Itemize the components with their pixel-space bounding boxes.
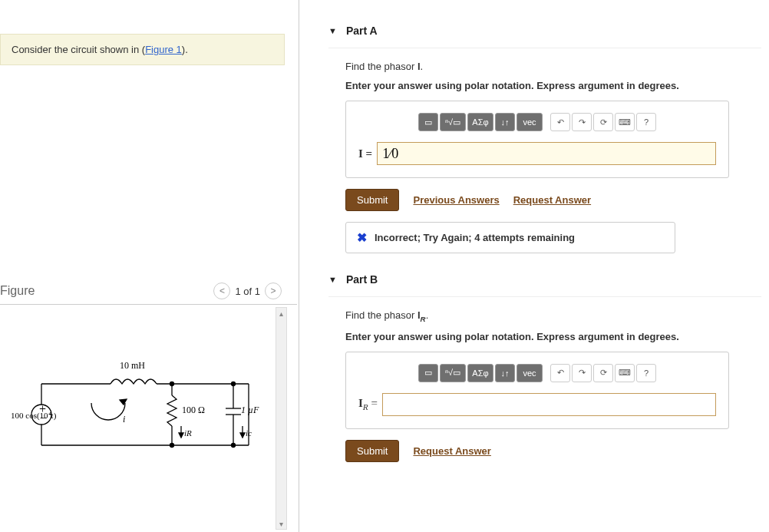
tb-keyboard-button[interactable]: ⌨ [615,364,635,382]
tb-sqrt-button[interactable]: ⁿ√▭ [440,364,466,382]
figure-next-button[interactable]: > [265,283,282,299]
tb-redo-button[interactable]: ↷ [572,364,592,382]
part-b-header[interactable]: ▼ Part B [328,267,761,297]
circuit-diagram: + − 100 cos(10⁴t) 10 mH i 100 Ω iR 1 µF … [11,353,264,484]
svg-point-14 [231,382,235,386]
part-a: ▼ Part A Find the phasor I. Enter your a… [328,18,761,253]
part-a-submit-button[interactable]: Submit [345,189,399,211]
svg-text:iR: iR [184,428,192,438]
svg-text:100 cos(10⁴t): 100 cos(10⁴t) [11,411,57,421]
figure-scrollbar[interactable]: ▴ ▾ [276,307,287,530]
svg-point-15 [231,444,235,448]
part-b-submit-button[interactable]: Submit [345,440,399,462]
problem-prompt: Consider the circuit shown in (Figure 1)… [0,34,285,65]
tb-vec-button[interactable]: vec [517,113,543,131]
tb-template-button[interactable]: ▭ [418,113,438,131]
caret-down-icon: ▼ [328,275,337,284]
tb-arrows-button[interactable]: ↓↑ [495,113,515,131]
figure-header: Figure < 1 of 1 > [0,278,285,304]
figure-title: Figure [0,284,35,298]
part-a-answer-input[interactable] [377,142,716,165]
part-a-previous-answers-link[interactable]: Previous Answers [413,194,499,206]
part-b-actions: Submit Request Answer [345,440,761,462]
tb-template-button[interactable]: ▭ [418,364,438,382]
left-pane: Consider the circuit shown in (Figure 1)… [0,0,299,532]
svg-text:i: i [123,414,125,425]
part-a-answer-label: I = [358,147,372,160]
tb-redo-button[interactable]: ↷ [572,113,592,131]
scroll-down-button[interactable]: ▾ [276,518,286,529]
caret-down-icon: ▼ [328,26,337,35]
part-b-prompt: Find the phasor IR. [345,309,761,323]
svg-text:1 µF: 1 µF [241,405,259,415]
part-a-actions: Submit Previous Answers Request Answer [345,189,761,211]
part-b-toolbar: ▭ ⁿ√▭ ΑΣφ ↓↑ vec ↶ ↷ ⟳ ⌨ ? [358,364,716,382]
tb-arrows-button[interactable]: ↓↑ [495,364,515,382]
tb-undo-button[interactable]: ↶ [550,113,570,131]
part-b: ▼ Part B Find the phasor IR. Enter your … [328,267,761,462]
tb-greek-button[interactable]: ΑΣφ [467,113,493,131]
part-b-answer-input[interactable] [382,393,716,416]
part-b-answer-box: ▭ ⁿ√▭ ΑΣφ ↓↑ vec ↶ ↷ ⟳ ⌨ ? IR = [345,352,729,429]
figure-prev-button[interactable]: < [213,283,230,299]
part-a-header[interactable]: ▼ Part A [328,18,761,48]
part-a-feedback: ✖ Incorrect; Try Again; 4 attempts remai… [345,222,675,253]
tb-help-button[interactable]: ? [636,364,656,382]
svg-point-12 [170,382,173,386]
incorrect-icon: ✖ [357,230,367,245]
part-a-toolbar: ▭ ⁿ√▭ ΑΣφ ↓↑ vec ↶ ↷ ⟳ ⌨ ? [358,113,716,131]
part-a-feedback-text: Incorrect; Try Again; 4 attempts remaini… [375,232,575,243]
part-a-title: Part A [346,25,378,37]
part-a-request-answer-link[interactable]: Request Answer [513,194,591,206]
part-b-request-answer-link[interactable]: Request Answer [413,445,490,457]
right-pane: ▼ Part A Find the phasor I. Enter your a… [299,0,769,532]
figure-link[interactable]: Figure 1 [145,44,182,55]
part-a-prompt: Find the phasor I. [345,61,761,72]
svg-text:100 Ω: 100 Ω [182,405,205,415]
figure-body: ▴ ▾ [0,304,297,532]
part-b-answer-label: IR = [358,397,378,411]
tb-reset-button[interactable]: ⟳ [593,364,613,382]
part-b-instruction: Enter your answer using polar notation. … [345,331,761,342]
tb-help-button[interactable]: ? [636,113,656,131]
tb-undo-button[interactable]: ↶ [550,364,570,382]
tb-keyboard-button[interactable]: ⌨ [615,113,635,131]
tb-greek-button[interactable]: ΑΣφ [467,364,493,382]
part-a-answer-box: ▭ ⁿ√▭ ΑΣφ ↓↑ vec ↶ ↷ ⟳ ⌨ ? I = [345,101,729,178]
figure-pager-text: 1 of 1 [235,286,260,297]
part-a-instruction: Enter your answer using polar notation. … [345,80,761,91]
prompt-text-prefix: Consider the circuit shown in ( [12,44,145,55]
tb-sqrt-button[interactable]: ⁿ√▭ [440,113,466,131]
scrollbar-track[interactable] [276,319,286,517]
tb-reset-button[interactable]: ⟳ [593,113,613,131]
svg-text:ic: ic [246,428,252,438]
part-b-title: Part B [346,273,378,286]
prompt-text-suffix: ). [182,44,188,55]
svg-point-13 [170,444,173,448]
tb-vec-button[interactable]: vec [517,364,543,382]
scroll-up-button[interactable]: ▴ [276,308,286,319]
svg-text:10 mH: 10 mH [120,360,145,371]
